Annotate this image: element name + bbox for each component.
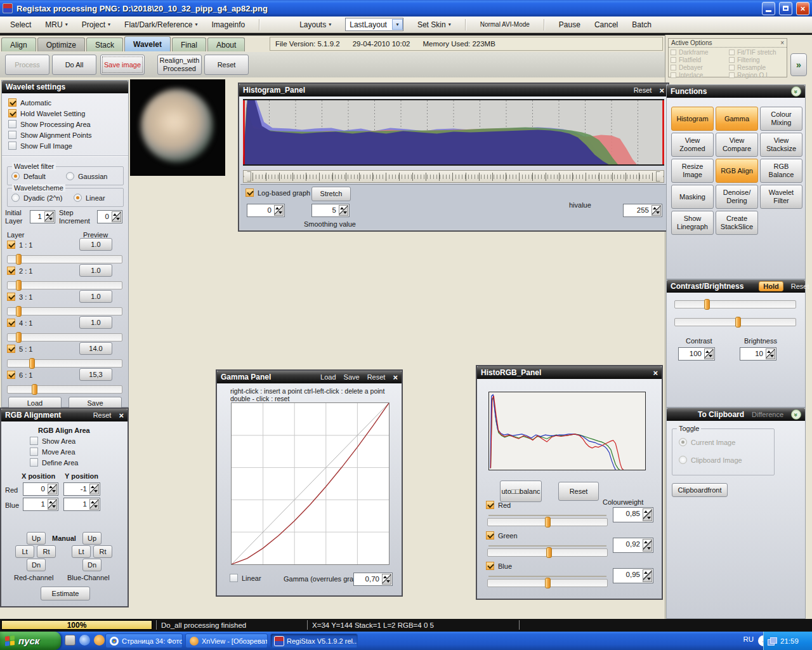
layer-5-slider[interactable] [7, 359, 122, 368]
red-weight-spinner[interactable]: 0,85 [613, 507, 653, 522]
close-icon[interactable]: × [659, 86, 664, 95]
spinner-updown-icon[interactable] [652, 205, 661, 216]
function-view-compare-button[interactable]: View Compare [716, 133, 758, 157]
layer-4-slider[interactable] [7, 333, 122, 342]
task-browser-page[interactable]: Страница 34: Фото ... [105, 633, 183, 648]
blue-up-button[interactable]: Up [82, 532, 102, 545]
save-image-button[interactable]: Save image [100, 55, 145, 75]
layer-5-slider-thumb[interactable] [29, 358, 35, 369]
define-area-checkbox[interactable]: Define Area [30, 458, 78, 467]
rgb-alignment-header[interactable]: RGB Alignment Reset × [1, 409, 128, 421]
menu-item-layouts[interactable]: Layouts▾ [299, 20, 331, 29]
tab-align[interactable]: Align [1, 37, 36, 51]
expand-panel-button[interactable]: » [790, 53, 807, 76]
function-create-stackslice-button[interactable]: Create StackSlice [716, 211, 758, 235]
histogram-range-slider[interactable] [243, 170, 664, 183]
smoothing-spinner[interactable]: 5 [311, 204, 350, 217]
red-y-spinner[interactable]: -1 [63, 482, 100, 496]
layer-1-slider[interactable] [7, 255, 122, 263]
layer-5-checkbox[interactable]: 5 : 1 [7, 345, 32, 353]
historgb-header[interactable]: HistoRGB_Panel × [477, 366, 662, 379]
rgb-align-reset-button[interactable]: Reset [93, 411, 112, 419]
menu-item-project[interactable]: Project▾ [82, 20, 110, 29]
spinner-updown-icon[interactable] [643, 569, 652, 582]
spinner-updown-icon[interactable] [339, 205, 348, 216]
layer-2-checkbox[interactable]: 2 : 1 [7, 267, 32, 275]
function-resize-image-button[interactable]: Resize Image [671, 159, 714, 183]
auto-balance-button[interactable]: uto□□balanc [500, 481, 542, 502]
gamma-load-button[interactable]: Load [320, 373, 336, 381]
contrast-reset-button[interactable]: Reset [791, 282, 809, 290]
function-gamma-button[interactable]: Gamma [716, 107, 758, 131]
hold-button[interactable]: Hold [759, 281, 783, 291]
show-area-checkbox[interactable]: Show Area [30, 437, 75, 445]
restore-button[interactable] [779, 2, 792, 15]
layer-3-checkbox[interactable]: 3 : 1 [7, 293, 32, 301]
layer-1-value-button[interactable]: 1.0 [79, 238, 112, 251]
network-icon[interactable] [768, 637, 777, 645]
tab-optimize[interactable]: Optimize [37, 37, 85, 51]
combo-dropdown-icon[interactable]: ▾ [392, 19, 403, 30]
layer-4-slider-thumb[interactable] [16, 332, 22, 343]
layer-4-checkbox[interactable]: 4 : 1 [7, 319, 32, 327]
brightness-slider-thumb[interactable] [735, 317, 741, 328]
linear-checkbox[interactable]: Linear [230, 574, 261, 582]
close-icon[interactable]: × [393, 373, 398, 381]
blue-channel-checkbox[interactable]: Blue [486, 562, 512, 570]
quicklaunch-app-icon[interactable] [65, 635, 75, 646]
contrast-slider-thumb[interactable] [704, 299, 710, 310]
histogram-panel-header[interactable]: Histogram_Panel Reset × [239, 84, 668, 96]
contrast-header[interactable]: Contrast/Brightness Hold Reset » [667, 280, 805, 293]
option-filtering[interactable]: Filtering [729, 56, 787, 63]
menu-item-flat-dark-reference[interactable]: Flat/Dark/Reference▾ [124, 20, 197, 29]
move-area-checkbox[interactable]: Move Area [30, 448, 75, 456]
brightness-slider[interactable] [674, 318, 796, 326]
gamma-spinner[interactable]: 0,70 [353, 573, 393, 586]
function-histogram-button[interactable]: Histogram [671, 107, 714, 131]
current-image-radio[interactable]: Current Image [679, 438, 735, 446]
layer-6-slider-thumb[interactable] [32, 384, 37, 395]
spinner-updown-icon[interactable] [112, 211, 121, 222]
option-region-oi[interactable]: Region.O.I. [729, 72, 787, 79]
spinner-updown-icon[interactable] [766, 348, 775, 359]
menu-item-cancel[interactable]: Cancel [594, 20, 618, 29]
histogram-graph[interactable] [243, 99, 664, 166]
blue-down-button[interactable]: Dn [82, 559, 102, 571]
language-indicator[interactable]: RU [743, 635, 754, 643]
histogram-reset-button[interactable]: Reset [634, 86, 652, 94]
show-processing-area-checkbox[interactable]: Show Processing Area [8, 120, 91, 128]
range-low-handle[interactable] [244, 171, 251, 182]
spinner-updown-icon[interactable] [89, 484, 99, 494]
function-wavelet-filter-button[interactable]: Wavelet Filter [760, 185, 802, 209]
collapse-chevron-icon[interactable]: » [791, 86, 801, 96]
clipboard-image-radio[interactable]: Clipboard Image [679, 456, 742, 464]
menu-item-batch[interactable]: Batch [632, 20, 652, 29]
process-button[interactable]: Process [5, 55, 49, 75]
menu-item-set-skin[interactable]: Set Skin▾ [417, 20, 451, 29]
step-increment-spinner[interactable]: 0 [97, 210, 122, 223]
layer-3-slider-thumb[interactable] [16, 306, 22, 317]
gamma-reset-button[interactable]: Reset [367, 373, 386, 381]
hivalue-spinner[interactable]: 255 [623, 204, 662, 217]
layer-3-slider[interactable] [7, 307, 122, 315]
close-icon[interactable]: × [119, 411, 124, 420]
difference-button[interactable]: Difference [752, 411, 783, 418]
tab-stack[interactable]: Stack [86, 37, 123, 51]
clipboard-header[interactable]: To Clipboard Difference » [667, 408, 805, 421]
red-channel-checkbox[interactable]: Red [486, 501, 511, 509]
green-weight-spinner[interactable]: 0,92 [613, 538, 653, 553]
function-rgb-align-button[interactable]: RGB Align [716, 159, 758, 183]
red-right-button[interactable]: Rt [37, 545, 56, 558]
close-button[interactable]: × [796, 2, 809, 15]
contrast-slider[interactable] [674, 300, 796, 308]
range-high-handle[interactable] [656, 171, 664, 182]
function-colour-mixing-button[interactable]: Colour Mixing [760, 107, 802, 131]
option-debayer[interactable]: Debayer [671, 64, 729, 71]
layer-2-value-button[interactable]: 1.0 [79, 264, 112, 277]
filter-gaussian-radio[interactable]: Gaussian [66, 172, 107, 180]
close-icon[interactable]: × [653, 369, 658, 377]
image-preview[interactable] [130, 79, 225, 176]
tab-wavelet[interactable]: Wavelet [124, 36, 171, 51]
close-icon[interactable]: × [780, 39, 784, 46]
spinner-updown-icon[interactable] [48, 499, 57, 510]
